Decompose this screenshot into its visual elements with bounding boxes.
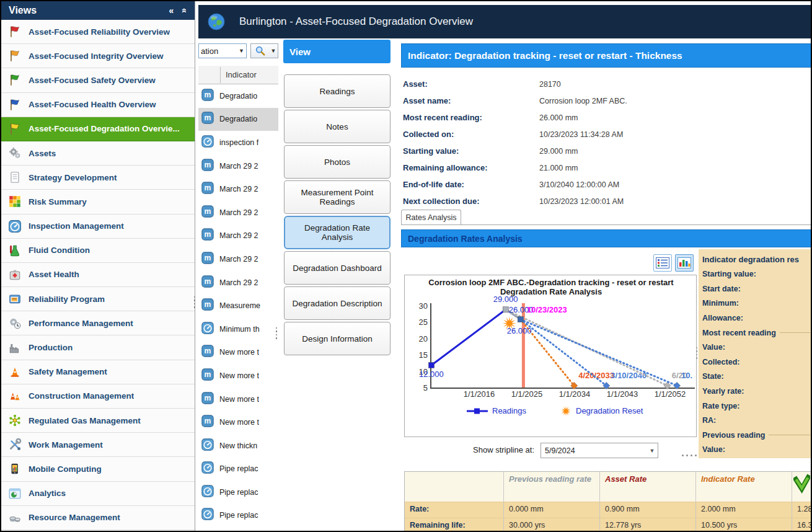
view-tab-notes[interactable]: Notes bbox=[284, 110, 391, 143]
table-row: Rate:0.000 mm0.900 mm2.000 mm1.28 bbox=[405, 502, 811, 518]
sidebar-item-asset-focused-degradation-overvie[interactable]: Asset-Focused Degradation Overvie... bbox=[1, 117, 195, 141]
indicator-row[interactable]: mNew more t bbox=[198, 388, 278, 411]
table-cell: 12.778 yrs bbox=[600, 518, 696, 532]
list-splitter-grip[interactable] bbox=[275, 324, 278, 342]
indicator-column-header[interactable]: Indicator bbox=[226, 70, 257, 79]
measurement-icon: m bbox=[201, 182, 214, 197]
detail-field-value: 3/10/2040 12:00:00 AM bbox=[539, 180, 619, 189]
indicator-row[interactable]: Pipe replac bbox=[198, 527, 278, 532]
chevron-down-icon[interactable]: ▼ bbox=[647, 448, 658, 454]
view-tab-degradation-dashboard[interactable]: Degradation Dashboard bbox=[284, 251, 391, 285]
views-sidebar: Views « « Asset-Focused Reliability Over… bbox=[1, 1, 195, 531]
sidebar-item-asset-focused-integrity-overview[interactable]: Asset-Focused Integrity Overview bbox=[1, 44, 195, 68]
svg-text:10/23/2023: 10/23/2023 bbox=[527, 305, 567, 314]
view-tab-measurement-point-readings[interactable]: Measurement Point Readings bbox=[284, 180, 391, 214]
indicator-row[interactable]: mMarch 29 2 bbox=[198, 271, 278, 295]
chart-stripline bbox=[522, 303, 525, 388]
sidebar-item-assets[interactable]: Assets bbox=[1, 141, 195, 166]
sidebar-item-construction-management[interactable]: Construction Management bbox=[1, 384, 195, 409]
sidebar-item-asset-health[interactable]: Asset Health bbox=[1, 263, 195, 287]
indicator-row[interactable]: mNew more t bbox=[198, 364, 278, 388]
indicator-row[interactable]: mNew more t bbox=[198, 410, 278, 434]
detail-field-value: 10/23/2023 12:00:01 AM bbox=[539, 197, 624, 206]
indicator-row[interactable]: New thickn bbox=[198, 434, 278, 458]
view-tab-degradation-description[interactable]: Degradation Description bbox=[284, 286, 391, 320]
view-nav-header: View bbox=[283, 40, 391, 63]
svg-text:5: 5 bbox=[423, 383, 428, 392]
indicator-row-label: Degradatio bbox=[219, 92, 257, 100]
sidebar-item-reliability-program[interactable]: Reliability Program bbox=[1, 287, 195, 311]
indicator-row-label: March 29 2 bbox=[219, 208, 258, 217]
sidebar-item-performance-management[interactable]: Performance Management bbox=[1, 311, 195, 335]
svg-text:1/1/2034: 1/1/2034 bbox=[559, 389, 591, 399]
stripline-date-combobox[interactable]: 5/9/2024 ▼ bbox=[541, 443, 658, 458]
chevron-down-icon[interactable]: ▼ bbox=[237, 48, 246, 54]
sidebar-item-inspection-management[interactable]: Inspection Management bbox=[1, 215, 195, 239]
sidebar-splitter-grip[interactable] bbox=[193, 293, 196, 311]
sidebar-item-strategy-development[interactable]: Strategy Development bbox=[1, 166, 195, 190]
chart-view-button[interactable] bbox=[675, 254, 694, 272]
indicator-row[interactable]: mMarch 29 2 bbox=[198, 247, 278, 271]
summary-field-label: Yearly rate: bbox=[702, 384, 811, 398]
indicator-row[interactable]: Minimum th bbox=[198, 317, 278, 341]
summary-field-label: Value: bbox=[702, 340, 811, 355]
detail-field-value: Corrosion loop 2MF ABC. bbox=[539, 97, 627, 105]
sidebar-item-regulated-gas-management[interactable]: Regulated Gas Management bbox=[1, 409, 195, 433]
indicator-row[interactable]: mMarch 29 2 bbox=[198, 177, 278, 201]
table-row-label: Rate: bbox=[405, 502, 504, 518]
summary-field-label: Indicator degradation res bbox=[702, 252, 811, 267]
sidebar-item-asset-focused-safety-overview[interactable]: Asset-Focused Safety Overview bbox=[1, 68, 195, 92]
indicator-row[interactable]: Pipe replac bbox=[198, 504, 278, 528]
folder-icon bbox=[7, 292, 23, 306]
sidebar-item-resource-management[interactable]: Resource Management bbox=[1, 506, 195, 530]
sidebar-item-fluid-condition[interactable]: Fluid Condition bbox=[1, 239, 195, 263]
collapse-up-icon[interactable]: « bbox=[180, 8, 190, 13]
view-tab-design-information[interactable]: Design Information bbox=[284, 322, 391, 355]
chart-canvas: Corrosion loop 2MF ABC.-Degradation trac… bbox=[405, 275, 696, 439]
sidebar-item-safety-management[interactable]: Safety Management bbox=[1, 360, 195, 384]
indicator-row[interactable]: mDegradatio bbox=[198, 108, 278, 131]
tab-rates-analysis[interactable]: Rates Analysis bbox=[401, 210, 461, 225]
sidebar-item-mobile-computing[interactable]: Mobile Computing bbox=[1, 457, 195, 481]
search-options-dropdown[interactable]: ▼ bbox=[269, 43, 278, 58]
horizontal-splitter-grip[interactable] bbox=[682, 453, 700, 457]
sidebar-item-list: Asset-Focused Reliability OverviewAsset-… bbox=[1, 20, 195, 530]
sidebar-item-asset-focused-health-overview[interactable]: Asset-Focused Health Overview bbox=[1, 93, 195, 117]
indicator-row[interactable]: Pipe replac bbox=[198, 458, 278, 481]
flag-orange-icon bbox=[7, 49, 23, 63]
flask-icon bbox=[7, 244, 23, 257]
collapse-left-icon[interactable]: « bbox=[169, 6, 174, 16]
indicator-filter-combobox[interactable]: ation ▼ bbox=[198, 43, 247, 58]
view-tab-readings[interactable]: Readings bbox=[284, 74, 391, 108]
indicator-row-label: March 29 2 bbox=[219, 278, 258, 287]
indicator-row[interactable]: Pipe replac bbox=[198, 481, 278, 504]
sidebar-item-work-management[interactable]: Work Management bbox=[1, 433, 195, 457]
measurement-icon: m bbox=[201, 159, 214, 174]
detail-field-row: Most recent reading:26.000 mm bbox=[403, 113, 578, 125]
table-cell: 2.000 mm bbox=[696, 502, 792, 518]
measurement-icon: m bbox=[201, 415, 214, 430]
indicator-row[interactable]: mMeasureme bbox=[198, 294, 278, 317]
indicator-row[interactable]: mMarch 29 2 bbox=[198, 201, 278, 224]
view-tab-degradation-rate-analysis[interactable]: Degradation Rate Analysis bbox=[284, 216, 391, 249]
list-view-button[interactable] bbox=[653, 254, 672, 272]
search-button[interactable] bbox=[250, 43, 270, 58]
indicator-row[interactable]: mMarch 29 2 bbox=[198, 224, 278, 248]
indicator-row[interactable]: mMarch 29 2 bbox=[198, 154, 278, 178]
sidebar-item-risk-summary[interactable]: Risk Summary bbox=[1, 190, 195, 214]
indicator-row[interactable]: inspection f bbox=[198, 131, 278, 154]
indicator-row[interactable]: mNew more t bbox=[198, 341, 278, 365]
summary-section-header: Most recent reading bbox=[702, 326, 811, 340]
svg-text:1/1/2043: 1/1/2043 bbox=[607, 389, 638, 399]
sidebar-item-analytics[interactable]: Analytics bbox=[1, 482, 195, 506]
measurement-icon: m bbox=[201, 298, 214, 313]
indicator-detail-title: Indicator: Degradation tracking - reset … bbox=[408, 50, 682, 61]
measurement-icon: m bbox=[201, 345, 214, 360]
svg-text:29.000: 29.000 bbox=[493, 295, 518, 304]
sidebar-item-asset-focused-reliability-overview[interactable]: Asset-Focused Reliability Overview bbox=[1, 20, 195, 44]
indicator-row[interactable]: mDegradatio bbox=[198, 84, 278, 108]
summary-field-label: Value: bbox=[702, 443, 811, 457]
measurement-icon: m bbox=[201, 205, 214, 220]
sidebar-item-production[interactable]: Production bbox=[1, 335, 195, 360]
view-tab-photos[interactable]: Photos bbox=[284, 145, 391, 179]
